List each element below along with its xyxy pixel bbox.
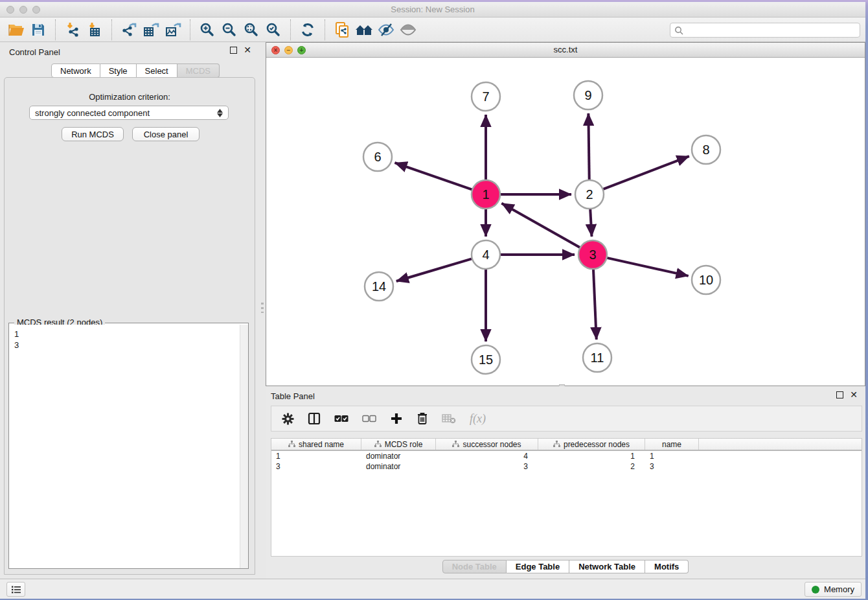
run-mcds-button[interactable]: Run MCDS bbox=[62, 127, 124, 141]
cell-successor-nodes[interactable]: 4 bbox=[436, 452, 538, 461]
graph-node-2[interactable]: 2 bbox=[575, 180, 604, 209]
close-panel-button[interactable]: Close panel bbox=[132, 127, 200, 141]
table-header-row: shared name MCDS role successor nodes pr… bbox=[271, 439, 862, 451]
export-network-icon[interactable] bbox=[118, 20, 140, 40]
graph-edge-2-9[interactable] bbox=[588, 113, 589, 181]
float-table-panel-icon[interactable] bbox=[836, 391, 843, 398]
graph-node-label: 10 bbox=[699, 273, 713, 287]
graph-edge-3-10[interactable] bbox=[606, 257, 689, 276]
toolbar-separator bbox=[190, 19, 190, 40]
home-layout-icon[interactable] bbox=[353, 20, 375, 40]
hide-graphics-details-icon[interactable] bbox=[375, 20, 397, 40]
tab-motifs[interactable]: Motifs bbox=[645, 560, 689, 573]
select-stepper-icon bbox=[217, 109, 223, 117]
control-panel-title: Control Panel bbox=[9, 47, 60, 57]
column-header-successor-nodes[interactable]: successor nodes bbox=[436, 439, 538, 450]
close-table-panel-icon[interactable]: ✕ bbox=[850, 391, 858, 398]
app-titlebar: Session: New Session bbox=[0, 2, 865, 17]
toggle-column-pane-icon[interactable] bbox=[308, 412, 321, 425]
cell-name[interactable]: 1 bbox=[645, 452, 699, 461]
tab-node-table[interactable]: Node Table bbox=[442, 560, 507, 573]
column-header-mcds-role[interactable]: MCDS role bbox=[361, 439, 436, 450]
mcds-result-text[interactable]: 1 3 bbox=[9, 325, 239, 568]
import-table-icon[interactable] bbox=[84, 20, 106, 40]
graph-edge-3-11[interactable] bbox=[593, 268, 597, 340]
open-session-icon[interactable] bbox=[5, 20, 27, 40]
export-table-icon[interactable] bbox=[140, 20, 162, 40]
graph-node-10[interactable]: 10 bbox=[692, 266, 720, 294]
graph-node-14[interactable]: 14 bbox=[365, 272, 393, 301]
graph-node-7[interactable]: 7 bbox=[472, 82, 500, 111]
add-column-icon[interactable] bbox=[390, 412, 403, 425]
network-window-titlebar[interactable]: × − + scc.txt bbox=[266, 43, 865, 58]
status-bar: Memory bbox=[0, 579, 865, 599]
tab-mcds[interactable]: MCDS bbox=[177, 63, 220, 78]
window-title: Session: New Session bbox=[0, 5, 865, 14]
column-header-name[interactable]: name bbox=[645, 439, 699, 450]
cell-predecessor-nodes[interactable]: 1 bbox=[538, 452, 645, 461]
graph-node-label: 7 bbox=[482, 89, 489, 104]
list-icon bbox=[11, 585, 21, 594]
search-input[interactable] bbox=[686, 26, 856, 35]
refresh-icon[interactable] bbox=[297, 20, 319, 40]
show-graphics-details-icon[interactable] bbox=[397, 20, 419, 40]
graph-edge-3-1[interactable] bbox=[501, 203, 581, 248]
tab-edge-table[interactable]: Edge Table bbox=[507, 560, 569, 573]
cell-name[interactable]: 3 bbox=[645, 462, 699, 471]
clone-network-icon[interactable] bbox=[331, 20, 353, 40]
cell-predecessor-nodes[interactable]: 2 bbox=[538, 462, 645, 471]
cell-mcds-role[interactable]: dominator bbox=[361, 462, 436, 471]
mcds-panel: Optimization criterion: strongly connect… bbox=[4, 77, 255, 575]
graph-edge-1-6[interactable] bbox=[394, 163, 474, 190]
network-canvas-svg: 7968124314101511 bbox=[266, 58, 865, 386]
main-content: Control Panel ✕ Network Style Select MCD… bbox=[0, 42, 865, 579]
zoom-in-icon[interactable] bbox=[196, 20, 218, 40]
zoom-fit-icon[interactable] bbox=[240, 20, 262, 40]
table-row[interactable]: 1 dominator 4 1 1 bbox=[271, 451, 862, 461]
cell-mcds-role[interactable]: dominator bbox=[361, 452, 436, 461]
save-session-icon[interactable] bbox=[27, 20, 49, 40]
zoom-selected-icon[interactable] bbox=[262, 20, 284, 40]
result-scrollbar[interactable] bbox=[240, 325, 248, 568]
tab-network[interactable]: Network bbox=[51, 63, 100, 78]
cell-successor-nodes[interactable]: 3 bbox=[436, 462, 538, 471]
export-image-icon[interactable] bbox=[162, 20, 184, 40]
vertical-splitter[interactable] bbox=[259, 42, 266, 579]
network-canvas[interactable]: 7968124314101511 bbox=[266, 58, 865, 386]
unselect-all-icon[interactable] bbox=[362, 415, 376, 422]
tab-network-table[interactable]: Network Table bbox=[569, 560, 645, 573]
column-header-predecessor-nodes[interactable]: predecessor nodes bbox=[538, 439, 645, 450]
memory-button[interactable]: Memory bbox=[805, 582, 862, 597]
graph-edge-2-8[interactable] bbox=[602, 156, 689, 190]
graph-node-label: 2 bbox=[586, 187, 593, 202]
control-panel: Control Panel ✕ Network Style Select MCD… bbox=[0, 42, 259, 579]
graph-node-11[interactable]: 11 bbox=[583, 343, 611, 372]
graph-node-8[interactable]: 8 bbox=[692, 135, 720, 164]
delete-column-trash-icon[interactable] bbox=[417, 412, 428, 425]
table-settings-gear-icon[interactable] bbox=[282, 413, 294, 425]
graph-node-1[interactable]: 1 bbox=[472, 180, 500, 209]
cell-shared-name[interactable]: 3 bbox=[271, 462, 361, 471]
zoom-out-icon[interactable] bbox=[218, 20, 240, 40]
graph-node-6[interactable]: 6 bbox=[363, 143, 392, 171]
tab-style[interactable]: Style bbox=[100, 63, 137, 78]
graph-node-4[interactable]: 4 bbox=[472, 240, 500, 269]
task-history-button[interactable] bbox=[6, 582, 25, 597]
optimization-criterion-select[interactable]: strongly connected component bbox=[29, 106, 229, 120]
search-icon bbox=[674, 26, 683, 35]
tab-select[interactable]: Select bbox=[137, 63, 177, 78]
close-panel-icon[interactable]: ✕ bbox=[244, 47, 251, 54]
float-panel-icon[interactable] bbox=[230, 47, 237, 54]
graph-edge-4-14[interactable] bbox=[396, 259, 474, 281]
cell-shared-name[interactable]: 1 bbox=[271, 452, 361, 461]
graph-node-15[interactable]: 15 bbox=[472, 345, 500, 374]
graph-edge-2-3[interactable] bbox=[590, 207, 591, 237]
import-network-icon[interactable] bbox=[62, 20, 84, 40]
select-all-icon[interactable] bbox=[334, 415, 348, 422]
graph-node-9[interactable]: 9 bbox=[574, 81, 602, 110]
table-row[interactable]: 3 dominator 3 2 3 bbox=[271, 461, 862, 472]
graph-node-3[interactable]: 3 bbox=[578, 240, 607, 269]
graph-node-label: 8 bbox=[702, 143, 709, 157]
optimization-criterion-label: Optimization criterion: bbox=[5, 92, 255, 102]
column-header-shared-name[interactable]: shared name bbox=[271, 439, 361, 450]
